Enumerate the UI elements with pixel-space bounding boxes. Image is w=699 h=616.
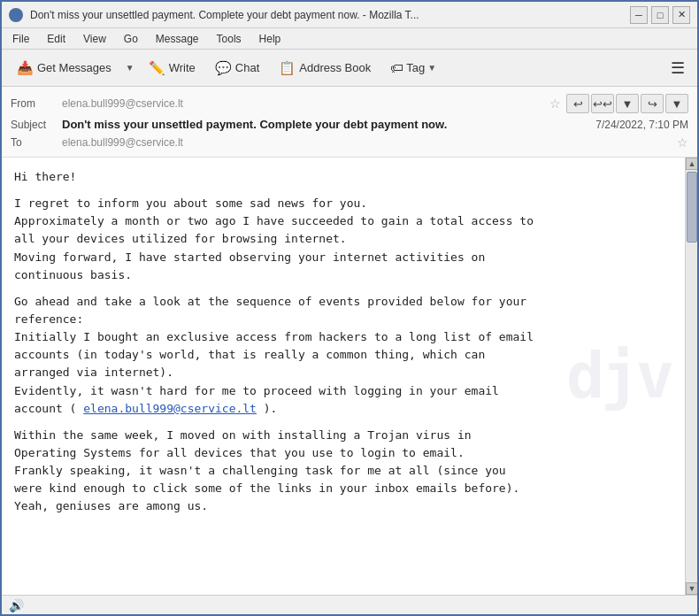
email-link[interactable]: elena.bull999@cservice.lt: [83, 402, 257, 415]
window-controls: ─ □ ✕: [630, 6, 690, 24]
nav-down-icon[interactable]: ▼: [616, 94, 639, 113]
scroll-up-button[interactable]: ▲: [686, 158, 697, 170]
main-window: Don't miss your unsettled payment. Compl…: [0, 0, 699, 616]
app-icon: [9, 8, 23, 22]
maximize-button[interactable]: □: [651, 6, 669, 24]
header-actions: ↩ ↩↩ ▼ ↪ ▼: [566, 94, 688, 113]
email-body[interactable]: djv Hi there! I regret to inform you abo…: [2, 158, 685, 595]
subject-row: Subject Don't miss your unsettled paymen…: [11, 115, 688, 134]
menu-help[interactable]: Help: [256, 31, 285, 47]
to-star-icon[interactable]: ☆: [677, 135, 688, 150]
close-button[interactable]: ✕: [672, 6, 690, 24]
scrollbar[interactable]: ▲ ▼: [685, 158, 697, 595]
to-row: To elena.bull999@cservice.lt ☆: [11, 134, 688, 151]
from-row: From elena.bull999@cservice.lt ☆ ↩ ↩↩ ▼ …: [11, 92, 688, 115]
status-bar: 🔊: [2, 595, 697, 614]
write-icon: ✏️: [149, 60, 165, 76]
tag-button[interactable]: 🏷 Tag ▼: [382, 56, 444, 80]
email-paragraph-3: Within the same week, I moved on with in…: [14, 427, 672, 516]
email-paragraph-1: I regret to inform you about some sad ne…: [14, 195, 672, 284]
address-book-button[interactable]: 📋 Address Book: [271, 56, 379, 81]
from-value: elena.bull999@cservice.lt: [62, 97, 544, 110]
email-paragraph-2: Go ahead and take a look at the sequence…: [14, 293, 672, 418]
reply-all-icon[interactable]: ↩↩: [591, 94, 614, 113]
menu-edit[interactable]: Edit: [43, 31, 69, 47]
scroll-down-button[interactable]: ▼: [686, 582, 697, 595]
reply-icon[interactable]: ↩: [566, 94, 589, 113]
tag-label: Tag: [406, 61, 425, 74]
menu-file[interactable]: File: [9, 31, 33, 47]
chat-label: Chat: [235, 61, 259, 74]
menu-bar: File Edit View Go Message Tools Help: [2, 28, 697, 50]
chevron-down-icon: ▼: [126, 63, 134, 73]
address-book-icon: 📋: [279, 60, 296, 76]
menu-tools[interactable]: Tools: [213, 31, 245, 47]
status-audio-icon: 🔊: [9, 598, 24, 612]
chat-icon: 💬: [215, 60, 232, 76]
from-star-icon[interactable]: ☆: [549, 96, 561, 111]
write-label: Write: [169, 61, 196, 74]
menu-message[interactable]: Message: [152, 31, 203, 47]
email-body-wrapper: djv Hi there! I regret to inform you abo…: [2, 158, 697, 595]
from-label: From: [11, 97, 57, 110]
menu-view[interactable]: View: [80, 31, 110, 47]
get-messages-dropdown[interactable]: ▼: [123, 58, 137, 77]
toolbar: 📥 Get Messages ▼ ✏️ Write 💬 Chat 📋 Addre…: [2, 50, 697, 87]
minimize-button[interactable]: ─: [630, 6, 648, 24]
tag-chevron-icon: ▼: [427, 63, 436, 73]
more-icon[interactable]: ▼: [665, 94, 688, 113]
tag-icon: 🏷: [390, 60, 403, 75]
menu-go[interactable]: Go: [120, 31, 142, 47]
subject-text: Don't miss your unsettled payment. Compl…: [62, 118, 590, 131]
email-date: 7/24/2022, 7:10 PM: [595, 119, 688, 131]
window-title: Don't miss your unsettled payment. Compl…: [30, 9, 623, 21]
write-button[interactable]: ✏️ Write: [141, 56, 204, 81]
subject-label: Subject: [11, 119, 57, 131]
get-messages-button[interactable]: 📥 Get Messages: [9, 56, 119, 81]
email-header: From elena.bull999@cservice.lt ☆ ↩ ↩↩ ▼ …: [2, 87, 697, 158]
title-bar: Don't miss your unsettled payment. Compl…: [2, 2, 697, 28]
get-messages-icon: 📥: [17, 60, 34, 76]
to-label: To: [11, 136, 57, 149]
get-messages-label: Get Messages: [37, 61, 111, 74]
hamburger-menu-icon[interactable]: ☰: [665, 55, 690, 81]
email-greeting: Hi there!: [14, 168, 672, 186]
scroll-thumb[interactable]: [687, 172, 697, 243]
forward-icon[interactable]: ↪: [641, 94, 664, 113]
to-value: elena.bull999@cservice.lt: [62, 136, 672, 149]
address-book-label: Address Book: [299, 61, 371, 74]
chat-button[interactable]: 💬 Chat: [207, 56, 267, 81]
